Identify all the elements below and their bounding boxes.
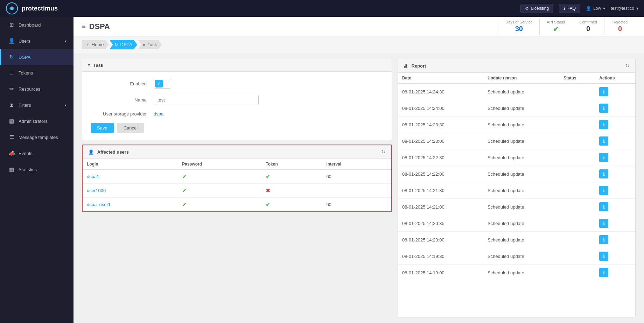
report-info-button[interactable]: ℹ	[599, 202, 608, 211]
affected-users-refresh-button[interactable]: ↻	[381, 149, 386, 155]
sidebar-item-administrators[interactable]: ▦ Administrators	[0, 113, 74, 129]
stat-rejected: Rejected 0	[604, 19, 636, 35]
report-status	[559, 248, 595, 265]
provider-link[interactable]: dspa	[154, 111, 163, 117]
sidebar-label-events: Events	[19, 151, 33, 156]
user-interval: 60	[322, 198, 391, 212]
user-login-link[interactable]: dspa_user1	[87, 202, 111, 207]
users-icon: 👤	[8, 38, 15, 44]
tokens-icon: □	[8, 70, 15, 76]
report-info-button[interactable]: ℹ	[599, 120, 608, 129]
stat-confirmed-value: 0	[586, 25, 590, 33]
breadcrumb-dspa-label: DSPA	[120, 42, 132, 47]
breadcrumb-home-label: Home	[92, 42, 104, 47]
report-status	[559, 166, 595, 182]
stat-rejected-value: 0	[618, 25, 622, 33]
licensing-button[interactable]: ⚙ Licensing	[520, 4, 553, 13]
chevron-users: ▾	[65, 39, 66, 43]
user-email-text: test@test.co	[611, 6, 634, 11]
sidebar-item-resources[interactable]: ✏ Resources	[0, 81, 74, 97]
user-email[interactable]: test@test.co ▾	[611, 6, 638, 11]
report-date: 08-01-2025 14:21:30	[398, 182, 483, 199]
breadcrumb-home[interactable]: ⌂ Home	[82, 40, 109, 49]
user-login-link[interactable]: user1000	[87, 188, 106, 193]
form-actions: Save Cancel	[91, 123, 383, 133]
events-icon: 📣	[8, 150, 15, 156]
page-title-icon: ≡	[82, 23, 86, 30]
report-info-button[interactable]: ℹ	[599, 235, 608, 244]
dspa-icon: ↻	[8, 54, 15, 60]
affected-users-table: Login Password Token Interval dspa1 ✔ ✔ …	[83, 159, 391, 211]
sidebar-label-tokens: Tokens	[19, 70, 33, 76]
user-level[interactable]: 👤 Low ▾	[586, 6, 605, 11]
faq-button[interactable]: ℹ FAQ	[559, 4, 580, 13]
task-card: ≡ Task Enabled ✔ Name	[82, 59, 392, 140]
breadcrumb: ⌂ Home ↻ DSPA ≡ Task	[74, 36, 644, 53]
report-row: 08-01-2025 14:23:30 Scheduled update ℹ	[398, 117, 635, 133]
report-info-button[interactable]: ℹ	[599, 153, 608, 162]
col-login: Login	[83, 159, 178, 170]
report-status	[559, 265, 595, 281]
report-refresh-button[interactable]: ↻	[625, 63, 630, 69]
report-status	[559, 84, 595, 100]
report-row: 08-01-2025 14:21:00 Scheduled update ℹ	[398, 199, 635, 215]
sidebar-item-users[interactable]: 👤 Users ▾	[0, 33, 74, 49]
sidebar-label-dashboard: Dashboard	[19, 22, 41, 28]
enabled-toggle[interactable]: ✔	[154, 79, 171, 89]
report-date: 08-01-2025 14:24:00	[398, 100, 483, 117]
statistics-icon: ▦	[8, 166, 15, 173]
report-reason: Scheduled update	[483, 84, 559, 100]
report-info-button[interactable]: ℹ	[599, 219, 608, 228]
chevron-down-icon: ▾	[603, 6, 605, 11]
save-button[interactable]: Save	[91, 123, 114, 133]
stat-rejected-label: Rejected	[612, 20, 628, 24]
stat-confirmed-label: Confirmed	[579, 20, 597, 24]
report-info-button[interactable]: ℹ	[599, 87, 608, 96]
sidebar-item-dspa[interactable]: ↻ DSPA	[0, 49, 74, 65]
sidebar-item-message-templates[interactable]: ☰ Message templates	[0, 129, 74, 145]
breadcrumb-task[interactable]: ≡ Task	[138, 40, 162, 49]
sidebar-item-dashboard[interactable]: ⊞ Dashboard	[0, 17, 74, 33]
enabled-label: Enabled	[91, 81, 154, 86]
name-input[interactable]	[154, 95, 259, 105]
affected-users-body: Login Password Token Interval dspa1 ✔ ✔ …	[83, 159, 391, 211]
stat-confirmed: Confirmed 0	[572, 19, 604, 35]
licensing-icon: ⚙	[525, 6, 529, 11]
report-info-button[interactable]: ℹ	[599, 268, 608, 277]
report-date: 08-01-2025 14:19:30	[398, 248, 483, 265]
report-label: Report	[412, 63, 426, 69]
report-info-button[interactable]: ℹ	[599, 252, 608, 261]
content-area: ≡ Task Enabled ✔ Name	[74, 53, 644, 323]
faq-icon: ℹ	[564, 6, 565, 11]
report-info-button[interactable]: ℹ	[599, 169, 608, 178]
sidebar-item-statistics[interactable]: ▦ Statistics	[0, 161, 74, 177]
report-row: 08-01-2025 14:24:00 Scheduled update ℹ	[398, 100, 635, 117]
sidebar-item-tokens[interactable]: □ Tokens	[0, 65, 74, 81]
password-check-icon: ✔	[182, 188, 187, 194]
user-level-text: Low	[593, 6, 601, 11]
report-table: Date Update reason Status Actions 08-01-…	[398, 73, 635, 281]
report-status	[559, 149, 595, 166]
user-login-link[interactable]: dspa1	[87, 174, 99, 179]
breadcrumb-dspa[interactable]: ↻ DSPA	[110, 40, 137, 49]
report-info-button[interactable]: ℹ	[599, 136, 608, 146]
logo: protectimus	[6, 2, 58, 15]
cancel-button[interactable]: Cancel	[117, 123, 144, 133]
resources-icon: ✏	[8, 86, 15, 92]
report-status	[559, 133, 595, 149]
sidebar-item-filters[interactable]: ⧗ Filters ▾	[0, 97, 74, 113]
report-row: 08-01-2025 14:20:35 Scheduled update ℹ	[398, 215, 635, 232]
task-card-body: Enabled ✔ Name User storage provider dsp…	[82, 72, 392, 140]
report-info-button[interactable]: ℹ	[599, 104, 608, 113]
user-token: ✔	[261, 198, 322, 212]
breadcrumb-task-label: Task	[148, 42, 157, 47]
stat-api-status: API Status ✔	[539, 19, 572, 35]
sidebar-item-events[interactable]: 📣 Events	[0, 145, 74, 161]
sidebar-label-dspa: DSPA	[19, 55, 30, 60]
form-row-name: Name	[91, 95, 383, 105]
top-nav: protectimus ⚙ Licensing ℹ FAQ 👤 Low ▾ te…	[0, 0, 644, 17]
report-col-status: Status	[559, 73, 595, 84]
report-row: 08-01-2025 14:22:30 Scheduled update ℹ	[398, 149, 635, 166]
report-info-button[interactable]: ℹ	[599, 186, 608, 195]
top-nav-right: ⚙ Licensing ℹ FAQ 👤 Low ▾ test@test.co ▾	[520, 4, 638, 13]
